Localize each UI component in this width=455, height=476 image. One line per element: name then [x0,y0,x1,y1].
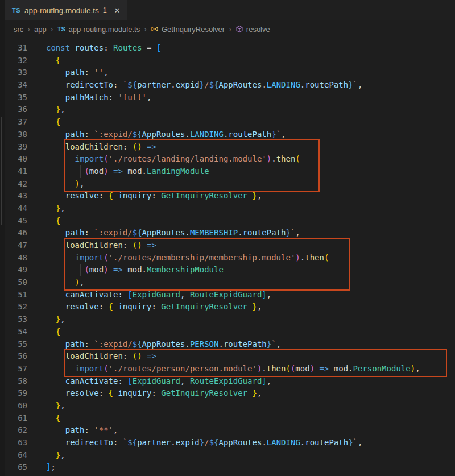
code-line[interactable]: 64 }, [5,449,455,462]
code-text: { [46,215,60,227]
close-icon[interactable]: ✕ [114,6,121,15]
code-line[interactable]: 45 { [5,215,455,227]
code-line[interactable]: 34 redirectTo: `${partner.expid}/${AppRo… [5,79,455,92]
editor[interactable]: 31const routes: Routes = [32 {33 path: '… [5,38,455,476]
code-line[interactable]: 44 }, [5,202,455,215]
code-text: redirectTo: `${partner.expid}/${AppRoute… [46,79,362,92]
code-line[interactable]: 58 canActivate: [ExpidGuard, RouteExpidG… [5,375,455,388]
code-line[interactable]: 54 { [5,326,455,338]
line-number[interactable]: 48 [5,252,27,264]
code-line[interactable]: 53 }, [5,313,455,326]
line-number[interactable]: 36 [5,104,27,116]
code-line[interactable]: 52 resolve: { inquiry: GetInquiryResolve… [5,301,455,313]
code-line[interactable]: 46 path: `:expid/${AppRoutes.MEMBERSHIP.… [5,227,455,239]
code-text: resolve: { inquiry: GetInquiryResolver }… [46,387,262,400]
code-text: resolve: { inquiry: GetInquiryResolver }… [46,301,262,313]
line-number[interactable]: 44 [5,202,27,215]
code-line[interactable]: 48 import('./routes/membership/membershi… [5,252,455,264]
line-number[interactable]: 60 [5,400,27,412]
line-number[interactable]: 49 [5,264,27,276]
line-number[interactable]: 64 [5,449,27,462]
code-line[interactable]: 57 import('./routes/person/person.module… [5,363,455,375]
code-line[interactable]: 40 import('./routes/landing/landing.modu… [5,153,455,165]
line-number[interactable]: 51 [5,289,27,301]
line-number[interactable]: 57 [5,363,27,375]
line-number[interactable]: 55 [5,338,27,351]
line-number[interactable]: 53 [5,313,27,326]
line-number[interactable]: 63 [5,437,27,449]
code-text: }, [46,313,65,326]
breadcrumb: src › app › TS app-routing.module.ts › G… [5,20,455,38]
code-text: path: '', [46,67,109,79]
code-line[interactable]: 50 ), [5,276,455,289]
code-line[interactable]: 63 redirectTo: `${partner.expid}/${AppRo… [5,437,455,449]
code-text: ]; [46,461,56,474]
line-number[interactable]: 62 [5,424,27,437]
code-text: import('./routes/person/person.module').… [46,363,420,375]
line-number[interactable]: 41 [5,165,27,178]
code-line[interactable]: 31const routes: Routes = [ [5,42,455,55]
tab-app-routing-module[interactable]: TS app-routing.module.ts 1 ✕ [5,0,127,20]
code-line[interactable]: 33 path: '', [5,67,455,79]
code-text: ), [46,178,84,191]
indent-guide [61,67,61,104]
ts-file-icon: TS [57,26,65,32]
code-line[interactable]: 55 path: `:expid/${AppRoutes.PERSON.rout… [5,338,455,351]
tab-filename: app-routing.module.ts [24,6,99,15]
line-number[interactable]: 42 [5,178,27,191]
code-line[interactable]: 32 { [5,55,455,67]
code-line[interactable]: 62 path: '**', [5,424,455,437]
code-line[interactable]: 39 loadChildren: () => [5,141,455,154]
code-line[interactable]: 61 { [5,412,455,425]
line-number[interactable]: 34 [5,79,27,92]
breadcrumb-item-app[interactable]: app [34,25,47,34]
line-number[interactable]: 32 [5,55,27,67]
code-text: path: '**', [46,424,118,437]
breadcrumb-item-file[interactable]: TS app-routing.module.ts [57,25,140,34]
line-number[interactable]: 58 [5,375,27,388]
code-line[interactable]: 49 (mod) => mod.MembershipModule [5,264,455,276]
code-text: }, [46,104,65,116]
code-line[interactable]: 65]; [5,461,455,474]
breadcrumb-class-label: GetInquiryResolver [162,25,225,34]
line-number[interactable]: 37 [5,116,27,129]
line-number[interactable]: 45 [5,215,27,227]
line-number[interactable]: 39 [5,141,27,154]
line-number[interactable]: 35 [5,92,27,104]
code-line[interactable]: 42 ), [5,178,455,191]
code-line[interactable]: 60 }, [5,400,455,412]
code-line[interactable]: 56 loadChildren: () => [5,350,455,363]
code-line[interactable]: 41 (mod) => mod.LandingModule [5,165,455,178]
line-number[interactable]: 40 [5,153,27,165]
line-number[interactable]: 56 [5,350,27,363]
line-number[interactable]: 50 [5,276,27,289]
line-number[interactable]: 38 [5,129,27,141]
line-number[interactable]: 61 [5,412,27,425]
line-number[interactable]: 52 [5,301,27,313]
breadcrumb-item-src[interactable]: src [14,25,23,34]
line-number[interactable]: 46 [5,227,27,239]
code-text: }, [46,449,65,462]
code-line[interactable]: 43 resolve: { inquiry: GetInquiryResolve… [5,190,455,202]
code-line[interactable]: 59 resolve: { inquiry: GetInquiryResolve… [5,387,455,400]
line-number[interactable]: 33 [5,67,27,79]
code-line[interactable]: 36 }, [5,104,455,116]
code-text: import('./routes/membership/membership.m… [46,252,329,264]
code-line[interactable]: 51 canActivate: [ExpidGuard, RouteExpidG… [5,289,455,301]
breadcrumb-file-label: app-routing.module.ts [68,25,140,34]
code-line[interactable]: 47 loadChildren: () => [5,239,455,252]
line-number[interactable]: 47 [5,239,27,252]
code-line[interactable]: 37 { [5,116,455,129]
code-text: path: `:expid/${AppRoutes.PERSON.routePa… [46,338,281,351]
line-number[interactable]: 43 [5,190,27,202]
breadcrumb-item-class[interactable]: GetInquiryResolver [151,25,225,34]
line-number[interactable]: 54 [5,326,27,338]
line-number[interactable]: 31 [5,42,27,55]
code-text: ), [46,276,84,289]
line-number[interactable]: 59 [5,387,27,400]
breadcrumb-item-method[interactable]: resolve [235,25,270,34]
code-line[interactable]: 38 path: `:expid/${AppRoutes.LANDING.rou… [5,129,455,141]
tab-modified-badge: 1 [103,6,107,14]
line-number[interactable]: 65 [5,461,27,474]
code-line[interactable]: 35 pathMatch: 'full', [5,92,455,104]
